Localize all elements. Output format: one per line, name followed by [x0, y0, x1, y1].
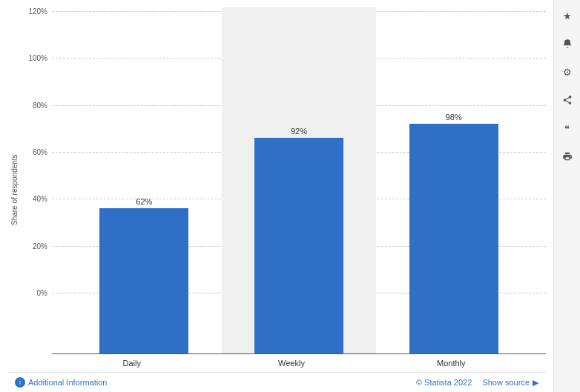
bar-group: 98%: [376, 7, 531, 353]
chart-body: Share of respondents 120%100%80%60%40%20…: [7, 7, 546, 372]
bell-icon[interactable]: [559, 36, 576, 52]
info-icon: i: [15, 377, 25, 388]
grid-and-bars: 120%100%80%60%40%20%0%62%92%98%: [24, 7, 546, 353]
y-tick-label: 40%: [24, 195, 47, 203]
y-tick-label: 0%: [24, 289, 47, 297]
footer: i Additional Information © Statista 2022…: [7, 372, 546, 392]
bar: [99, 208, 188, 353]
chart-plot: 120%100%80%60%40%20%0%62%92%98% DailyWee…: [24, 7, 546, 372]
bar-value-label: 62%: [136, 197, 152, 206]
bar-value-label: 98%: [446, 113, 462, 122]
show-source-link[interactable]: Show source: [482, 378, 530, 387]
x-axis-label: Monthly: [372, 359, 531, 368]
bar: [409, 124, 498, 353]
print-icon[interactable]: [559, 148, 576, 165]
share-icon[interactable]: [559, 92, 576, 108]
app-container: Share of respondents 120%100%80%60%40%20…: [0, 0, 580, 392]
sidebar: ★ ⚙ ❝: [553, 0, 580, 392]
gear-icon[interactable]: ⚙: [559, 64, 576, 80]
copyright-label: © Statista 2022: [416, 378, 472, 387]
y-tick-label: 60%: [24, 148, 47, 156]
x-axis-label: Weekly: [211, 359, 371, 368]
chart-area: Share of respondents 120%100%80%60%40%20…: [0, 0, 553, 392]
chart-wrapper: Share of respondents 120%100%80%60%40%20…: [7, 7, 546, 372]
additional-info-label[interactable]: Additional Information: [28, 378, 107, 387]
y-tick-label: 80%: [24, 102, 47, 110]
bar-group: 62%: [67, 7, 222, 353]
bar-group: 92%: [222, 7, 377, 353]
chevron-right-icon: ▶: [533, 378, 538, 388]
footer-right: © Statista 2022 Show source ▶: [416, 378, 538, 388]
star-icon[interactable]: ★: [559, 7, 576, 24]
quote-icon[interactable]: ❝: [559, 120, 576, 136]
x-axis-label: Daily: [52, 359, 211, 368]
bar: [254, 138, 343, 353]
y-axis-label: Share of respondents: [7, 7, 21, 372]
x-axis: DailyWeeklyMonthly: [24, 354, 546, 372]
y-tick-label: 20%: [24, 242, 47, 250]
bar-value-label: 92%: [291, 127, 307, 136]
y-tick-label: 120%: [24, 7, 47, 16]
y-tick-label: 100%: [24, 54, 47, 62]
bars-container: 62%92%98%: [52, 7, 546, 353]
footer-left[interactable]: i Additional Information: [15, 377, 107, 388]
